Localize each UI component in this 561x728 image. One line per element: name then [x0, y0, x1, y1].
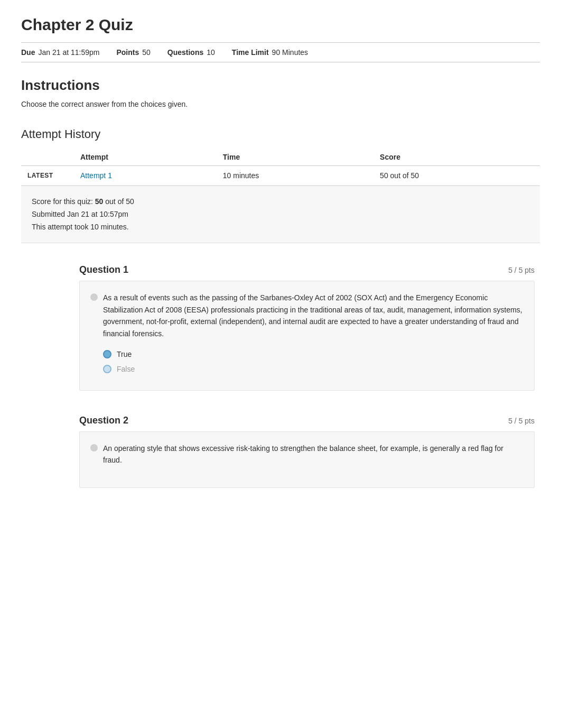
answer-label-1-1: True [117, 350, 132, 358]
instructions-text: Choose the correct answer from the choic… [21, 100, 540, 108]
question-body-2: An operating style that shows excessive … [79, 431, 535, 488]
instructions-heading: Instructions [21, 77, 540, 94]
col-time-header: Time [217, 149, 373, 166]
question-points-2: 5 / 5 pts [508, 417, 535, 425]
question-title-1: Question 1 [79, 264, 128, 275]
answer-radio-1-2 [103, 365, 111, 373]
score-prefix: Score for this quiz: [32, 197, 95, 206]
due-value: Jan 21 at 11:59pm [38, 48, 99, 57]
attempt-link-cell[interactable]: Attempt 1 [74, 166, 217, 186]
meta-questions: Questions 10 [167, 48, 215, 57]
attempt-row: LATEST Attempt 1 10 minutes 50 out of 50 [21, 166, 540, 186]
time-limit-label: Time Limit [232, 48, 269, 57]
quiz-meta-bar: Due Jan 21 at 11:59pm Points 50 Question… [21, 42, 540, 62]
answer-option-1-1[interactable]: True [103, 350, 523, 358]
question-block-2: Question 2 5 / 5 pts An operating style … [21, 410, 540, 488]
questions-container: Question 1 5 / 5 pts As a result of even… [21, 259, 540, 487]
score-bold-value: 50 [95, 197, 104, 206]
question-body-1: As a result of events such as the passin… [79, 281, 535, 391]
question-text-row-1: As a result of events such as the passin… [90, 292, 523, 339]
answer-radio-1-1 [103, 350, 111, 358]
col-score-header: Score [373, 149, 540, 166]
attempt-score: 50 out of 50 [373, 166, 540, 186]
score-summary: Score for this quiz: 50 out of 50 Submit… [21, 186, 540, 243]
score-line: Score for this quiz: 50 out of 50 [32, 196, 529, 208]
points-value: 50 [142, 48, 151, 57]
questions-label: Questions [167, 48, 203, 57]
answer-label-1-2: False [117, 365, 135, 373]
attempt-row-label: LATEST [21, 166, 74, 186]
attempt-history-heading: Attempt History [21, 127, 540, 141]
question-block-1: Question 1 5 / 5 pts As a result of even… [21, 259, 540, 391]
question-text-1: As a result of events such as the passin… [103, 292, 523, 339]
answer-options-1: True False [90, 350, 523, 373]
col-attempt-header: Attempt [74, 149, 217, 166]
submitted-line: Submitted Jan 21 at 10:57pm [32, 208, 529, 221]
attempt-time: 10 minutes [217, 166, 373, 186]
meta-due: Due Jan 21 at 11:59pm [21, 48, 99, 57]
question-text-row-2: An operating style that shows excessive … [90, 443, 523, 466]
answer-option-1-2[interactable]: False [103, 365, 523, 373]
question-points-1: 5 / 5 pts [508, 266, 535, 274]
meta-time-limit: Time Limit 90 Minutes [232, 48, 308, 57]
score-suffix: out of 50 [103, 197, 134, 206]
question-text-2: An operating style that shows excessive … [103, 443, 523, 466]
question-header-1: Question 1 5 / 5 pts [79, 259, 535, 281]
attempt-link[interactable]: Attempt 1 [80, 171, 112, 180]
duration-line: This attempt took 10 minutes. [32, 221, 529, 234]
points-label: Points [116, 48, 139, 57]
col-blank [21, 149, 74, 166]
question-bullet-1 [90, 293, 98, 301]
quiz-title: Chapter 2 Quiz [21, 16, 540, 34]
question-header-2: Question 2 5 / 5 pts [79, 410, 535, 431]
time-limit-value: 90 Minutes [272, 48, 308, 57]
questions-value: 10 [207, 48, 215, 57]
question-title-2: Question 2 [79, 415, 128, 426]
attempt-history-table: Attempt Time Score LATEST Attempt 1 10 m… [21, 149, 540, 186]
meta-points: Points 50 [116, 48, 150, 57]
due-label: Due [21, 48, 35, 57]
question-bullet-2 [90, 444, 98, 451]
